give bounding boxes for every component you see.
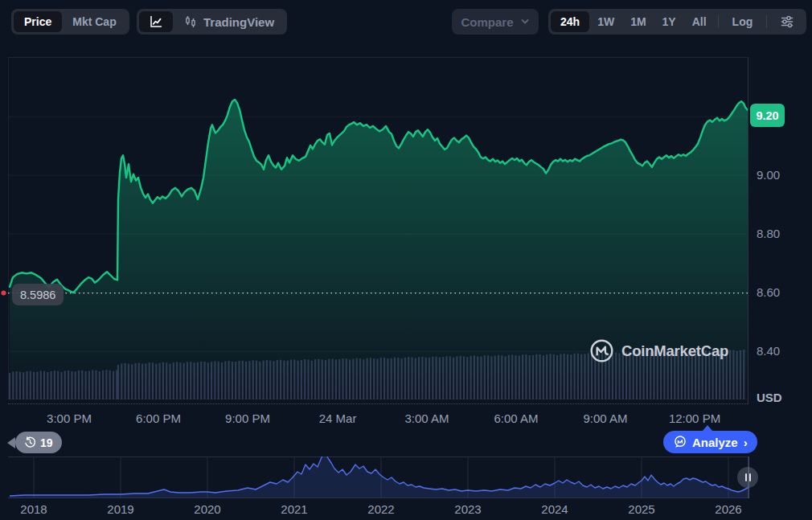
chevron-down-icon xyxy=(520,17,530,27)
current-price-badge: 9.20 xyxy=(750,104,785,127)
price-tick-label: 8.40 xyxy=(757,344,780,358)
mktcap-tab[interactable]: Mkt Cap xyxy=(62,11,126,32)
time-tick-label: 6:00 PM xyxy=(136,411,181,425)
price-tick-label: 9.00 xyxy=(757,168,780,182)
range-button-1Y[interactable]: 1Y xyxy=(654,11,684,32)
year-tick-label: 2024 xyxy=(541,502,568,516)
badge-tail xyxy=(7,437,15,448)
log-label: Log xyxy=(732,15,753,28)
price-tab-label: Price xyxy=(24,15,51,28)
time-range-group: 24h1W1M1YAll Log xyxy=(548,9,806,35)
year-tick-label: 2019 xyxy=(107,502,133,516)
history-badge[interactable]: 19 xyxy=(7,432,62,453)
range-drag-handle[interactable] xyxy=(737,467,758,488)
range-button-1M[interactable]: 1M xyxy=(622,11,654,32)
time-tick-label: 3:00 AM xyxy=(404,411,449,425)
price-tab[interactable]: Price xyxy=(14,11,62,32)
analyze-label: Analyze xyxy=(692,436,738,449)
year-tick-label: 2023 xyxy=(454,502,481,516)
divider xyxy=(718,15,719,28)
time-tick-label: 12:00 PM xyxy=(669,411,720,425)
time-axis-line xyxy=(8,403,748,404)
tradingview-tab[interactable]: TradingView xyxy=(173,11,285,32)
year-tick-label: 2021 xyxy=(281,502,307,516)
watermark-label: CoinMarketCap xyxy=(621,342,728,360)
log-scale-button[interactable]: Log xyxy=(722,11,764,32)
candlestick-icon xyxy=(183,14,198,29)
coinmarketcap-logo-icon xyxy=(589,338,614,363)
range-buttons: 24h1W1M1YAll xyxy=(551,11,715,32)
compare-label: Compare xyxy=(461,15,513,29)
mktcap-tab-label: Mkt Cap xyxy=(72,15,116,28)
time-tick-label: 9:00 PM xyxy=(225,411,270,425)
currency-unit-label: USD xyxy=(757,391,782,404)
chart-settings-button[interactable] xyxy=(770,11,804,32)
history-count: 19 xyxy=(40,436,53,449)
cmc-price-chart-page: Price Mkt Cap TradingView C xyxy=(0,0,812,520)
tradingview-label: TradingView xyxy=(203,15,274,29)
price-axis-line xyxy=(748,57,748,404)
time-tick-label: 6:00 AM xyxy=(494,411,539,425)
line-chart-tab[interactable] xyxy=(139,11,173,32)
year-tick-label: 2020 xyxy=(194,502,220,516)
sliders-icon xyxy=(780,14,794,29)
time-tick-label: 3:00 PM xyxy=(47,411,92,425)
year-tick-label: 2026 xyxy=(715,502,741,516)
open-price-badge: 8.5986 xyxy=(12,284,64,305)
analyze-button[interactable]: Analyze › xyxy=(663,431,757,453)
history-clock-icon xyxy=(24,436,36,448)
price-mktcap-toggle: Price Mkt Cap xyxy=(11,9,129,35)
history-pill: 19 xyxy=(15,432,62,453)
line-chart-icon xyxy=(149,14,163,29)
time-tick-label: 9:00 AM xyxy=(583,411,627,425)
compare-button[interactable]: Compare xyxy=(452,9,539,35)
divider xyxy=(766,15,767,28)
year-tick-label: 2022 xyxy=(367,502,394,516)
price-tick-label: 8.80 xyxy=(757,227,780,240)
price-tick-label: 8.60 xyxy=(757,285,780,299)
range-button-All[interactable]: All xyxy=(684,11,715,32)
year-tick-label: 2025 xyxy=(628,502,654,516)
range-selector-chart[interactable] xyxy=(8,457,749,498)
chevron-right-icon: › xyxy=(744,436,748,449)
time-tick-label: 24 Mar xyxy=(319,411,357,425)
analyze-chat-icon xyxy=(673,435,687,449)
year-tick-label: 2018 xyxy=(20,502,47,516)
range-button-1W[interactable]: 1W xyxy=(589,11,622,32)
chart-type-toggle: TradingView xyxy=(137,9,287,35)
range-button-24h[interactable]: 24h xyxy=(551,11,589,32)
coinmarketcap-watermark: CoinMarketCap xyxy=(589,338,728,363)
